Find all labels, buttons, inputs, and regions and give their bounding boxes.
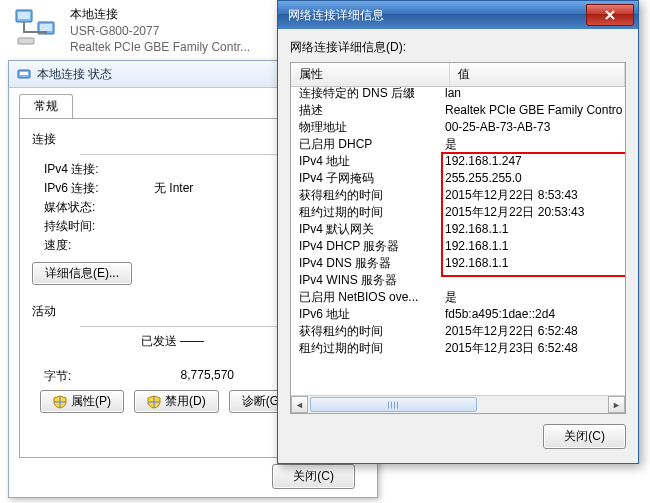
grid-cell-value: 是 <box>441 289 625 306</box>
grid-cell-value: 192.168.1.247 <box>441 153 625 170</box>
shield-icon <box>147 395 161 409</box>
svg-rect-6 <box>20 72 28 75</box>
details-grid: 属性 值 连接特定的 DNS 后缀lan描述Realtek PCIe GBE F… <box>290 62 626 414</box>
sent-label: 已发送 —— <box>32 333 214 350</box>
svg-rect-4 <box>18 38 34 44</box>
bytes-label: 字节: <box>32 368 154 385</box>
grid-cell-value: lan <box>441 85 625 102</box>
grid-cell-property: IPv4 默认网关 <box>291 221 441 238</box>
grid-cell-property: IPv4 DNS 服务器 <box>291 255 441 272</box>
scroll-right-arrow[interactable]: ► <box>608 396 625 413</box>
status-window-icon <box>17 67 31 81</box>
grid-cell-property: 已启用 DHCP <box>291 136 441 153</box>
duration-label: 持续时间: <box>32 218 154 235</box>
ipv4-conn-label: IPv4 连接: <box>32 161 154 178</box>
grid-cell-property: 连接特定的 DNS 后缀 <box>291 85 441 102</box>
grid-row[interactable]: 已启用 DHCP是 <box>291 136 625 153</box>
grid-row[interactable]: 获得租约的时间2015年12月22日 8:53:43 <box>291 187 625 204</box>
grid-cell-property: 物理地址 <box>291 119 441 136</box>
grid-row[interactable]: IPv4 DNS 服务器192.168.1.1 <box>291 255 625 272</box>
grid-cell-value: 2015年12月23日 6:52:48 <box>441 340 625 357</box>
col-property[interactable]: 属性 <box>291 63 450 86</box>
grid-row[interactable]: IPv4 默认网关192.168.1.1 <box>291 221 625 238</box>
detail-subtitle: 网络连接详细信息(D): <box>290 39 626 56</box>
grid-row[interactable]: IPv4 WINS 服务器 <box>291 272 625 289</box>
scroll-track[interactable] <box>308 396 608 413</box>
grid-cell-value: Realtek PCIe GBE Family Contro <box>441 102 625 119</box>
disable-button[interactable]: 禁用(D) <box>134 390 219 413</box>
detail-window: 网络连接详细信息 网络连接详细信息(D): 属性 值 连接特定的 DNS 后缀l… <box>277 0 639 464</box>
close-icon[interactable] <box>586 4 634 26</box>
media-state-label: 媒体状态: <box>32 199 154 216</box>
scroll-thumb[interactable] <box>310 397 477 412</box>
grid-row[interactable]: 租约过期的时间2015年12月22日 20:53:43 <box>291 204 625 221</box>
grid-cell-property: 获得租约的时间 <box>291 187 441 204</box>
grid-header[interactable]: 属性 值 <box>291 63 625 87</box>
grid-cell-value: 2015年12月22日 6:52:48 <box>441 323 625 340</box>
grid-row[interactable]: IPv4 子网掩码255.255.255.0 <box>291 170 625 187</box>
grid-row[interactable]: 连接特定的 DNS 后缀lan <box>291 85 625 102</box>
scroll-left-arrow[interactable]: ◄ <box>291 396 308 413</box>
grid-cell-property: IPv4 子网掩码 <box>291 170 441 187</box>
grid-cell-property: 租约过期的时间 <box>291 340 441 357</box>
grid-row[interactable]: 租约过期的时间2015年12月23日 6:52:48 <box>291 340 625 357</box>
grid-cell-value: 00-25-AB-73-AB-73 <box>441 119 625 136</box>
ipv6-conn-label: IPv6 连接: <box>32 180 154 197</box>
detail-close-button[interactable]: 关闭(C) <box>543 424 626 449</box>
grid-cell-value: 是 <box>441 136 625 153</box>
grid-row[interactable]: 获得租约的时间2015年12月22日 6:52:48 <box>291 323 625 340</box>
grid-cell-property: 租约过期的时间 <box>291 204 441 221</box>
horizontal-scrollbar[interactable]: ◄ ► <box>291 395 625 413</box>
grid-cell-value: 2015年12月22日 8:53:43 <box>441 187 625 204</box>
details-button[interactable]: 详细信息(E)... <box>32 262 132 285</box>
col-value[interactable]: 值 <box>450 63 625 86</box>
shield-icon <box>53 395 67 409</box>
grid-cell-property: IPv6 地址 <box>291 306 441 323</box>
grid-row[interactable]: 描述Realtek PCIe GBE Family Contro <box>291 102 625 119</box>
close-button[interactable]: 关闭(C) <box>272 464 355 489</box>
grid-row[interactable]: IPv4 DHCP 服务器192.168.1.1 <box>291 238 625 255</box>
grid-cell-value: fd5b:a495:1dae::2d4 <box>441 306 625 323</box>
grid-cell-value <box>441 272 625 289</box>
grid-cell-property: IPv4 DHCP 服务器 <box>291 238 441 255</box>
grid-row[interactable]: 已启用 NetBIOS ove...是 <box>291 289 625 306</box>
detail-titlebar[interactable]: 网络连接详细信息 <box>278 1 638 29</box>
grid-row[interactable]: IPv6 地址fd5b:a495:1dae::2d4 <box>291 306 625 323</box>
status-title: 本地连接 状态 <box>37 66 112 83</box>
grid-row[interactable]: 物理地址00-25-AB-73-AB-73 <box>291 119 625 136</box>
grid-cell-property: IPv4 地址 <box>291 153 441 170</box>
speed-label: 速度: <box>32 237 154 254</box>
grid-cell-property: 描述 <box>291 102 441 119</box>
detail-title: 网络连接详细信息 <box>288 7 384 24</box>
properties-button[interactable]: 属性(P) <box>40 390 124 413</box>
network-adapter-icon <box>14 8 58 48</box>
svg-rect-1 <box>18 12 30 19</box>
grid-cell-value: 2015年12月22日 20:53:43 <box>441 204 625 221</box>
grid-cell-value: 192.168.1.1 <box>441 221 625 238</box>
grid-rows: 连接特定的 DNS 后缀lan描述Realtek PCIe GBE Family… <box>291 85 625 396</box>
adapter-device: USR-G800-2077 <box>70 23 250 39</box>
grid-cell-value: 192.168.1.1 <box>441 238 625 255</box>
adapter-name: 本地连接 <box>70 6 250 23</box>
grid-cell-property: IPv4 WINS 服务器 <box>291 272 441 289</box>
adapter-driver: Realtek PCIe GBE Family Contr... <box>70 39 250 55</box>
grid-cell-property: 已启用 NetBIOS ove... <box>291 289 441 306</box>
svg-rect-3 <box>40 24 52 31</box>
grid-cell-value: 192.168.1.1 <box>441 255 625 272</box>
grid-cell-property: 获得租约的时间 <box>291 323 441 340</box>
grid-row[interactable]: IPv4 地址192.168.1.247 <box>291 153 625 170</box>
tab-general[interactable]: 常规 <box>19 94 73 118</box>
grid-cell-value: 255.255.255.0 <box>441 170 625 187</box>
